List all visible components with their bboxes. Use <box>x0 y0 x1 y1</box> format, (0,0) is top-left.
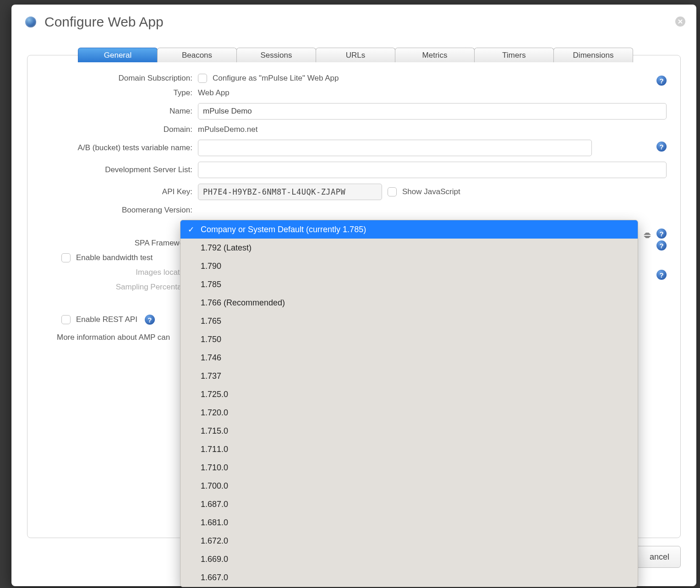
dev-server-label: Development Server List: <box>41 165 198 174</box>
domain-subscription-label: Domain Subscription: <box>41 74 198 83</box>
tab-metrics[interactable]: Metrics <box>395 48 475 62</box>
dropdown-option[interactable]: 1.746 <box>180 348 638 367</box>
help-icon[interactable]: ? <box>656 229 667 239</box>
close-icon[interactable] <box>675 16 685 27</box>
help-icon[interactable]: ? <box>656 142 667 152</box>
tabstrip: General Beacons Sessions URLs Metrics Ti… <box>78 48 633 62</box>
dropdown-option[interactable]: 1.790 <box>180 257 638 275</box>
ab-label: A/B (bucket) tests variable name: <box>41 143 198 152</box>
mpulse-lite-checkbox-label: Configure as "mPulse Lite" Web App <box>213 74 339 83</box>
dropdown-option[interactable]: Company or System Default (currently 1.7… <box>180 220 638 239</box>
dropdown-option[interactable]: 1.667.0 <box>180 568 638 587</box>
dropdown-option[interactable]: 1.765 <box>180 312 638 330</box>
bandwidth-label: Enable bandwidth test <box>76 253 153 262</box>
sampling-percentage-label: Sampling Percentage: <box>41 283 198 292</box>
dialog-header: Configure Web App <box>11 5 696 39</box>
images-location-label: Images location: <box>41 268 198 277</box>
rest-api-label: Enable REST API <box>76 315 137 324</box>
name-input[interactable] <box>198 103 667 120</box>
dropdown-option[interactable]: 1.725.0 <box>180 385 638 403</box>
tab-dimensions[interactable]: Dimensions <box>553 48 633 62</box>
dropdown-option[interactable]: 1.737 <box>180 367 638 385</box>
tab-urls[interactable]: URLs <box>316 48 395 62</box>
dropdown-option[interactable]: 1.711.0 <box>180 440 638 458</box>
tab-sessions[interactable]: Sessions <box>236 48 316 62</box>
domain-value: mPulseDemo.net <box>198 125 257 134</box>
dropdown-option[interactable]: 1.669.0 <box>180 550 638 568</box>
spa-framework-label: SPA Framework: <box>41 239 198 248</box>
help-icon[interactable]: ? <box>145 315 155 325</box>
dropdown-option[interactable]: 1.766 (Recommended) <box>180 294 638 312</box>
dropdown-option[interactable]: 1.720.0 <box>180 403 638 422</box>
name-label: Name: <box>41 107 198 116</box>
api-key-label: API Key: <box>41 187 198 196</box>
help-icon[interactable]: ? <box>656 270 667 280</box>
type-label: Type: <box>41 88 198 98</box>
boomerang-version-dropdown[interactable]: Company or System Default (currently 1.7… <box>180 220 638 587</box>
dialog-title: Configure Web App <box>44 14 164 30</box>
tab-beacons[interactable]: Beacons <box>157 48 237 62</box>
dropdown-option[interactable]: 1.700.0 <box>180 477 638 495</box>
help-icon[interactable]: ? <box>656 240 667 250</box>
boomerang-version-label: Boomerang Version: <box>41 206 198 215</box>
show-js-label: Show JavaScript <box>402 187 460 196</box>
globe-icon <box>25 16 36 27</box>
dropdown-option[interactable]: 1.750 <box>180 330 638 348</box>
select-caret-icon <box>644 230 651 241</box>
dropdown-option[interactable]: 1.672.0 <box>180 532 638 550</box>
help-icon[interactable]: ? <box>656 76 667 86</box>
dropdown-option[interactable]: 1.715.0 <box>180 422 638 440</box>
dropdown-option[interactable]: 1.792 (Latest) <box>180 239 638 257</box>
type-value: Web App <box>198 88 230 98</box>
cancel-button-label: ancel <box>650 552 669 562</box>
bandwidth-checkbox[interactable] <box>61 253 71 262</box>
dropdown-option[interactable]: 1.785 <box>180 275 638 294</box>
dropdown-option[interactable]: 1.710.0 <box>180 458 638 477</box>
mpulse-lite-checkbox[interactable] <box>198 74 207 83</box>
domain-label: Domain: <box>41 125 198 134</box>
rest-api-checkbox[interactable] <box>61 315 71 324</box>
api-key-input[interactable] <box>198 184 382 200</box>
ab-input[interactable] <box>198 140 592 156</box>
dropdown-option[interactable]: 1.687.0 <box>180 495 638 513</box>
dev-server-input[interactable] <box>198 162 667 178</box>
tab-general[interactable]: General <box>78 48 158 62</box>
dropdown-option[interactable]: 1.681.0 <box>180 513 638 532</box>
show-js-checkbox[interactable] <box>388 187 397 196</box>
tab-timers[interactable]: Timers <box>474 48 554 62</box>
